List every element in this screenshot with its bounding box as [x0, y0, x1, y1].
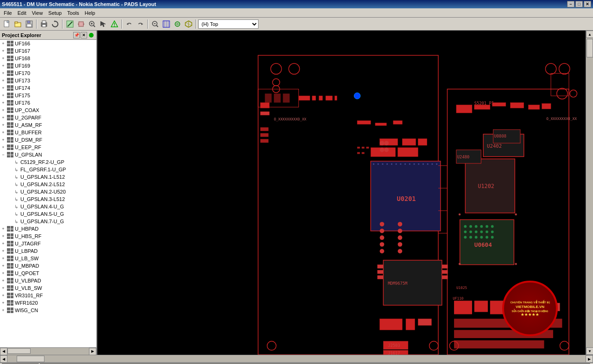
expand-icon[interactable]: +	[0, 226, 6, 232]
tree-item-u-lb-sw[interactable]: + U_LB_SW	[0, 255, 96, 262]
tree-item-uf176[interactable]: + UF176	[0, 99, 96, 107]
expand-icon[interactable]: +	[0, 248, 6, 254]
expand-icon[interactable]: +	[0, 270, 6, 276]
tree-item-uf166[interactable]: + UF166	[0, 40, 96, 47]
expand-icon[interactable]: +	[0, 137, 6, 143]
expand-icon[interactable]: +	[0, 300, 6, 306]
pcb-area[interactable]: U0201 U0604	[97, 31, 586, 355]
scroll-right-button[interactable]: ▶	[89, 348, 96, 355]
expand-icon[interactable]: +	[0, 285, 6, 291]
redo-button[interactable]	[135, 19, 145, 29]
tree-item-u-2gparf[interactable]: + U_2GPARF	[0, 114, 96, 121]
tree-sub-gpslan2a[interactable]: ↳ U_GPSLAN.2-L512	[0, 181, 96, 188]
scroll-left-btn[interactable]: ◀	[0, 355, 7, 363]
menu-file[interactable]: File	[1, 9, 15, 17]
tree-item-u-mbpad[interactable]: + U_MBPAD	[0, 262, 96, 270]
route-button[interactable]	[65, 19, 75, 29]
tree-item-u-hbpad[interactable]: + U_HBPAD	[0, 225, 96, 232]
expand-icon[interactable]: +	[0, 263, 6, 269]
menu-setup[interactable]: Setup	[45, 9, 64, 17]
expand-icon[interactable]: −	[0, 151, 6, 158]
menu-view[interactable]: View	[29, 9, 46, 17]
tree-item-u-qpoet[interactable]: + U_QPOET	[0, 270, 96, 277]
tree-item-u-lbpad[interactable]: + U_LBPAD	[0, 247, 96, 255]
expand-icon[interactable]: +	[0, 40, 6, 47]
scroll-down-button[interactable]: ▼	[586, 347, 593, 355]
expand-icon[interactable]: +	[0, 255, 6, 262]
expand-icon[interactable]: +	[0, 92, 6, 99]
pe-pin-button[interactable]: 📌	[73, 32, 80, 38]
minimize-button[interactable]: −	[567, 1, 574, 7]
net-button[interactable]	[161, 19, 171, 29]
drill-button[interactable]	[172, 19, 183, 29]
refresh-button[interactable]	[50, 19, 60, 29]
scroll-track-h[interactable]	[7, 348, 89, 355]
tree-item-u-buffer[interactable]: + U_BUFFER	[0, 129, 96, 136]
scroll-track-v[interactable]	[586, 38, 593, 347]
expand-icon[interactable]: +	[0, 70, 6, 76]
pe-close-button[interactable]: ✕	[81, 32, 87, 38]
highlight-button[interactable]	[109, 19, 120, 29]
maximize-button[interactable]: □	[575, 1, 583, 7]
undo-button[interactable]	[124, 19, 134, 29]
menu-edit[interactable]: Edit	[15, 9, 29, 17]
tree-item-u-jtagrf[interactable]: + U_JTAGRF	[0, 240, 96, 247]
scroll-right-btn[interactable]: ▶	[586, 355, 593, 363]
expand-icon[interactable]: +	[0, 77, 6, 84]
tree-sub-gpslan1[interactable]: ↳ U_GPSLAN.1-L512	[0, 173, 96, 181]
expand-icon[interactable]: +	[0, 63, 6, 69]
new-button[interactable]	[2, 19, 12, 29]
tree-item-uf168[interactable]: + UF168	[0, 55, 96, 62]
tree-item-u-eep-rf[interactable]: + U_EEP_RF	[0, 144, 96, 151]
scroll-thumb-bottom[interactable]	[17, 356, 44, 362]
tree-item-uf175[interactable]: + UF175	[0, 92, 96, 99]
tree-item-up-coax[interactable]: + UP_COAX	[0, 107, 96, 114]
zoom-button[interactable]	[87, 19, 97, 29]
expand-icon[interactable]: +	[0, 107, 6, 113]
scroll-track-bottom[interactable]	[7, 355, 586, 362]
tree-item-u-hbs-rf[interactable]: + U_HBS_RF	[0, 232, 96, 240]
tree-sub-fl-gpsrf[interactable]: ↳ FL_GPSRF.1-U_GP	[0, 166, 96, 173]
expand-icon[interactable]: +	[0, 55, 6, 62]
tree-sub-gpslan5[interactable]: ↳ U_GPSLAN.5-U_G	[0, 210, 96, 218]
layer-select[interactable]: (H) Top (H) Bottom Inner Layer 1 Inner L…	[198, 19, 259, 29]
expand-icon[interactable]: +	[0, 129, 6, 136]
open-button[interactable]	[13, 19, 23, 29]
tree-sub-gpslan3[interactable]: ↳ U_GPSLAN.3-L512	[0, 195, 96, 203]
tree-item-u-asm-rf[interactable]: + U_ASM_RF	[0, 121, 96, 129]
tree-item-uf169[interactable]: + UF169	[0, 62, 96, 69]
save-button[interactable]	[24, 19, 34, 29]
tree-item-uf174[interactable]: + UF174	[0, 84, 96, 92]
tree-item-uf167[interactable]: + UF167	[0, 47, 96, 55]
scroll-up-button[interactable]: ▲	[586, 31, 593, 38]
menu-tools[interactable]: Tools	[64, 9, 82, 17]
expand-icon[interactable]: +	[0, 85, 6, 91]
pe-tree[interactable]: + UF166 + UF167 + UF168 + UF169 +	[0, 40, 96, 347]
expand-icon[interactable]: +	[0, 292, 6, 299]
print-button[interactable]	[39, 19, 49, 29]
pe-hscroll[interactable]: ◀ ▶	[0, 347, 96, 355]
expand-icon[interactable]: +	[0, 114, 6, 121]
component-button[interactable]	[76, 19, 86, 29]
scroll-thumb-h[interactable]	[7, 348, 31, 354]
tree-item-vr3101[interactable]: + VR3101_RF	[0, 292, 96, 299]
tree-sub-gpslan7[interactable]: ↳ U_GPSLAN.7-U_G	[0, 218, 96, 225]
tree-item-u-dsm-rf[interactable]: + U_DSM_RF	[0, 136, 96, 144]
zoom-fit-button[interactable]	[150, 19, 160, 29]
tree-sub-gpslan4[interactable]: ↳ U_GPSLAN.4-U_G	[0, 203, 96, 210]
scroll-thumb-v[interactable]	[587, 39, 593, 57]
tree-sub-gpslan2b[interactable]: ↳ U_GPSLAN.2-U520	[0, 188, 96, 195]
3d-button[interactable]	[183, 19, 194, 29]
expand-icon[interactable]: +	[0, 144, 6, 151]
scroll-left-button[interactable]: ◀	[0, 348, 7, 355]
expand-icon[interactable]: +	[0, 240, 6, 247]
expand-icon[interactable]: +	[0, 48, 6, 54]
tree-item-uf173[interactable]: + UF173	[0, 77, 96, 84]
tree-sub-c5129[interactable]: ↳ C5129_RF.2-U_GP	[0, 158, 96, 166]
pointer-button[interactable]	[98, 19, 108, 29]
tree-item-u-vlb-sw[interactable]: + U_VLB_SW	[0, 284, 96, 292]
tree-item-uf170[interactable]: + UF170	[0, 69, 96, 77]
tree-item-wi5g-cn[interactable]: + WI5G_CN	[0, 307, 96, 314]
tree-item-u-gpslan[interactable]: − U_GPSLAN	[0, 151, 96, 158]
close-button[interactable]: ✕	[584, 1, 591, 7]
